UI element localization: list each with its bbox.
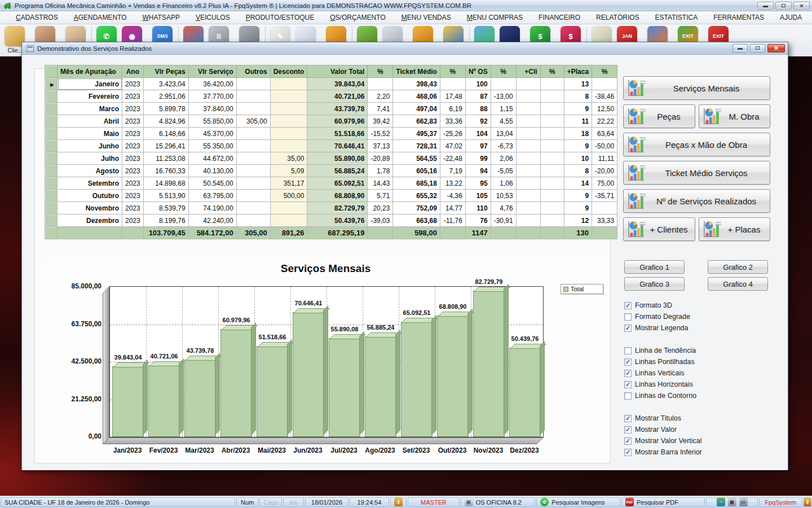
menu-item-relat-rios[interactable]: RELATÓRIOS	[588, 12, 647, 23]
table-cell[interactable]: -50,00	[592, 140, 617, 152]
table-cell[interactable]	[270, 128, 307, 140]
table-cell[interactable]: 95	[465, 177, 491, 190]
table-cell[interactable]: 2023	[122, 202, 144, 214]
dialog-minimize-button[interactable]: ▬	[732, 44, 748, 52]
table-cell[interactable]	[540, 177, 564, 190]
table-cell[interactable]	[516, 214, 540, 227]
table-cell[interactable]: 87	[465, 90, 491, 103]
table-cell[interactable]: 51.518,66	[307, 128, 368, 140]
table-cell[interactable]: 15.296,41	[143, 140, 188, 152]
column-header-placa[interactable]: +Placa	[564, 65, 592, 78]
column-header-pct[interactable]: %	[491, 65, 516, 78]
table-cell[interactable]	[516, 165, 540, 177]
table-cell[interactable]	[540, 128, 564, 140]
checkbox-box[interactable]: ✓	[624, 426, 632, 433]
table-cell[interactable]: 55.890,08	[307, 152, 368, 165]
table-cell[interactable]: -15,52	[368, 128, 393, 140]
table-cell[interactable]: 13,04	[491, 128, 516, 140]
table-cell[interactable]: 468,06	[393, 90, 440, 103]
table-cell[interactable]	[236, 214, 270, 227]
menu-item-veiculos[interactable]: VEICULOS	[188, 12, 238, 23]
table-cell[interactable]: 2023	[122, 177, 144, 190]
table-cell[interactable]	[270, 140, 307, 152]
column-header-pct[interactable]: %	[440, 65, 465, 78]
table-cell[interactable]: -20,00	[592, 165, 617, 177]
app-close-button[interactable]: ×	[793, 2, 810, 10]
table-cell[interactable]	[236, 103, 270, 115]
table-cell[interactable]: 9	[564, 190, 592, 202]
column-header-pct[interactable]: %	[540, 65, 564, 78]
table-cell[interactable]: 37.840,00	[188, 103, 236, 115]
table-cell[interactable]: 398,43	[393, 78, 440, 90]
table-row[interactable]: Abril20234.824,9655.850,00305,0060.979,9…	[45, 115, 617, 128]
column-header-outros[interactable]: Outros	[236, 65, 270, 78]
table-cell[interactable]: -39,03	[368, 214, 393, 227]
table-cell[interactable]: 55.350,00	[188, 140, 236, 152]
monitor-icon[interactable]: ▭	[739, 498, 748, 506]
table-cell[interactable]: 4.824,96	[143, 115, 188, 128]
table-cell[interactable]: 662,83	[393, 115, 440, 128]
table-cell[interactable]: 74.190,00	[188, 202, 236, 214]
menu-item-financeiro[interactable]: FINANCEIRO	[531, 12, 588, 23]
table-row[interactable]: Marco20235.899,7837.840,0043.739,787,414…	[45, 103, 617, 115]
table-row[interactable]: Agosto202316.760,3340.130,005,0956.885,2…	[45, 165, 617, 177]
table-cell[interactable]: 63.795,00	[188, 190, 236, 202]
app-minimize-button[interactable]: ▬	[757, 2, 774, 10]
table-cell[interactable]: 1,06	[491, 177, 516, 190]
table-cell[interactable]: Julho	[58, 152, 122, 165]
table-cell[interactable]	[592, 78, 617, 90]
checkbox-mostrar-valor[interactable]: ✓Mostrar Valor	[624, 424, 771, 435]
table-cell[interactable]: 75,00	[592, 177, 617, 190]
table-cell[interactable]	[491, 78, 516, 90]
table-cell[interactable]: 36.420,00	[188, 78, 236, 90]
table-cell[interactable]: 305,00	[236, 115, 270, 128]
menu-item-menu-vendas[interactable]: MENU VENDAS	[394, 12, 459, 23]
table-cell[interactable]: 2023	[122, 214, 144, 227]
table-cell[interactable]	[440, 78, 465, 90]
ticket-medio-button[interactable]: Ticket Médio Serviços	[623, 161, 770, 185]
table-cell[interactable]: 500,00	[270, 190, 307, 202]
table-cell[interactable]: 7,41	[368, 103, 393, 115]
table-cell[interactable]: Fevereiro	[58, 90, 122, 103]
table-cell[interactable]: 37,13	[368, 140, 393, 152]
table-cell[interactable]: 76	[465, 214, 491, 227]
table-cell[interactable]: -38,46	[592, 90, 617, 103]
table-cell[interactable]: 44.672,00	[188, 152, 236, 165]
table-cell[interactable]: 82.729,79	[307, 202, 368, 214]
table-cell[interactable]: 6.148,66	[143, 128, 188, 140]
table-cell[interactable]: 94	[465, 165, 491, 177]
placas-button[interactable]: + Placas	[699, 217, 770, 241]
table-cell[interactable]: 663,68	[393, 214, 440, 227]
table-cell[interactable]: 97	[465, 140, 491, 152]
table-cell[interactable]	[516, 152, 540, 165]
dialog-maximize-button[interactable]	[750, 44, 765, 52]
table-cell[interactable]: 45.370,00	[188, 128, 236, 140]
table-cell[interactable]: 50.545,00	[188, 177, 236, 190]
table-cell[interactable]: -25,26	[440, 128, 465, 140]
table-cell[interactable]	[516, 128, 540, 140]
table-cell[interactable]: -13,00	[491, 90, 516, 103]
table-cell[interactable]	[270, 214, 307, 227]
menu-item-whatsapp[interactable]: WHATSAPP	[135, 12, 188, 23]
table-cell[interactable]	[368, 78, 393, 90]
table-cell[interactable]	[236, 90, 270, 103]
table-cell[interactable]: 37.770,00	[188, 90, 236, 103]
table-cell[interactable]: 88	[465, 103, 491, 115]
servicos-mensais-button[interactable]: Serviços Mensais	[623, 76, 770, 100]
checkbox-box[interactable]: ✓	[624, 415, 632, 422]
table-cell[interactable]: 1,78	[368, 165, 393, 177]
table-cell[interactable]: 5.899,78	[143, 103, 188, 115]
table-cell[interactable]: 68.808,90	[307, 190, 368, 202]
table-cell[interactable]: 728,31	[393, 140, 440, 152]
table-row[interactable]: Dezembro20238.199,7642.240,0050.439,76-3…	[45, 214, 617, 227]
table-cell[interactable]	[236, 128, 270, 140]
table-row[interactable]: Junho202315.296,4155.350,0070.646,4137,1…	[45, 140, 617, 152]
menu-item-ajuda[interactable]: AJUDA	[772, 12, 810, 23]
table-cell[interactable]: 56.885,24	[307, 165, 368, 177]
table-cell[interactable]: -35,71	[592, 190, 617, 202]
table-cell[interactable]: 8	[564, 165, 592, 177]
table-cell[interactable]: 2023	[122, 128, 144, 140]
table-cell[interactable]	[270, 90, 307, 103]
table-cell[interactable]: 17,48	[440, 90, 465, 103]
table-cell[interactable]	[516, 190, 540, 202]
